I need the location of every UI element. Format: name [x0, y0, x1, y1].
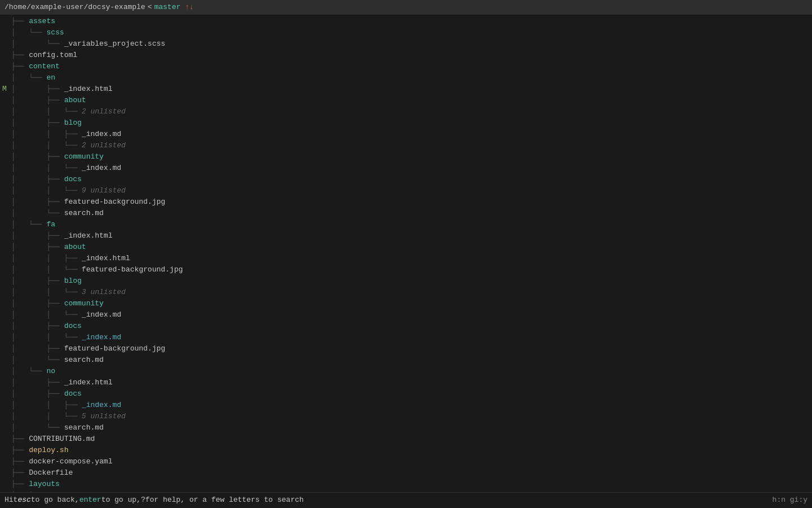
tree-indent: ├── — [11, 468, 29, 477]
line-text[interactable]: │ ├── _index.html — [11, 377, 812, 388]
tree-line: │ ├── docs — [0, 388, 812, 400]
tree-filename: deploy.sh — [29, 446, 68, 454]
tree-filename: fa — [46, 220, 55, 229]
line-text[interactable]: │ ├── about — [11, 242, 812, 253]
tree-indent: │ │ └── — [11, 333, 82, 341]
line-text[interactable]: │ ├── blog — [11, 117, 812, 129]
line-text[interactable]: │ └── fa — [11, 219, 812, 230]
tree-indent: │ └── — [11, 209, 64, 217]
line-text[interactable]: ├── layouts — [11, 479, 812, 490]
tree-line: │ ├── blog — [0, 275, 812, 287]
tree-indent: │ │ └── — [11, 107, 82, 116]
tree-line: │ ├── _index.html — [0, 377, 812, 388]
line-text[interactable]: │ └── en — [11, 72, 812, 84]
tree-filename: _index.html — [64, 378, 113, 387]
tree-filename: about — [64, 243, 86, 251]
line-text[interactable]: │ └── _variables_project.scss — [11, 38, 812, 50]
line-text[interactable]: │ │ └── _index.md — [11, 332, 812, 343]
line-text[interactable]: │ │ └── 5 unlisted — [11, 411, 812, 422]
tree-indent: │ │ ├── — [11, 130, 82, 138]
line-text[interactable]: │ └── scss — [11, 27, 812, 38]
file-tree: ├── assets│ └── scss│ └── _variables_pro… — [0, 16, 812, 492]
line-text[interactable]: ├── CONTRIBUTING.md — [11, 433, 812, 445]
line-text[interactable]: │ ├── community — [11, 151, 812, 163]
tree-indent: │ ├── — [11, 378, 64, 387]
tree-filename: en — [46, 73, 55, 82]
tree-filename: _index.md — [82, 401, 121, 409]
line-text[interactable]: │ │ └── _index.md — [11, 163, 812, 174]
line-text[interactable]: │ ├── docs — [11, 321, 812, 332]
line-text[interactable]: ├── content — [11, 61, 812, 72]
tree-line: │ └── search.md — [0, 422, 812, 433]
tree-line: │ │ ├── _index.md — [0, 129, 812, 140]
tree-filename: CONTRIBUTING.md — [29, 435, 95, 443]
tree-indent: │ ├── — [11, 96, 64, 104]
content-area: ├── assets│ └── scss│ └── _variables_pro… — [0, 15, 812, 492]
line-text[interactable]: │ └── search.md — [11, 354, 812, 366]
line-text[interactable]: │ │ └── 2 unlisted — [11, 140, 812, 151]
line-text[interactable]: │ │ └── 9 unlisted — [11, 185, 812, 196]
tree-line: │ │ └── 9 unlisted — [0, 185, 812, 196]
line-text[interactable]: │ └── no — [11, 366, 812, 377]
tree-filename: community — [64, 152, 104, 161]
line-text[interactable]: │ └── 404.html — [11, 490, 812, 492]
line-text[interactable]: │ ├── blog — [11, 275, 812, 287]
tree-filename: no — [46, 367, 55, 375]
line-text[interactable]: │ ├── featured-background.jpg — [11, 196, 812, 208]
tree-line: │ └── scss — [0, 27, 812, 38]
line-text[interactable]: │ │ └── _index.md — [11, 309, 812, 321]
tree-indent: │ ├── — [11, 299, 64, 308]
line-text[interactable]: │ ├── docs — [11, 388, 812, 400]
line-text[interactable]: │ ├── _index.html — [11, 84, 812, 95]
tree-filename: 2 unlisted — [82, 107, 126, 116]
line-text[interactable]: │ ├── featured-background.jpg — [11, 343, 812, 354]
line-text[interactable]: ├── deploy.sh — [11, 445, 812, 456]
tree-filename: _index.html — [64, 231, 113, 240]
tree-line: │ │ └── _index.md — [0, 332, 812, 343]
line-text[interactable]: ├── Dockerfile — [11, 467, 812, 479]
title-path: /home/example-user/docsy-example — [5, 2, 145, 13]
line-text[interactable]: ├── docker-compose.yaml — [11, 456, 812, 467]
tree-filename: 2 unlisted — [82, 141, 126, 150]
tree-indent: │ │ ├── — [11, 401, 82, 409]
tree-indent: │ └── — [11, 367, 46, 375]
status-right: h:n gi:y — [773, 494, 807, 506]
tree-indent: │ │ └── — [11, 141, 82, 150]
title-status: ↑↓ — [185, 2, 194, 13]
line-text[interactable]: │ │ ├── _index.md — [11, 129, 812, 140]
line-text[interactable]: │ │ └── 3 unlisted — [11, 287, 812, 298]
line-text[interactable]: │ │ └── 2 unlisted — [11, 106, 812, 117]
line-text[interactable]: │ │ └── featured-background.jpg — [11, 264, 812, 275]
tree-line: │ └── search.md — [0, 354, 812, 366]
line-text[interactable]: │ ├── community — [11, 298, 812, 309]
tree-line: │ │ └── 2 unlisted — [0, 106, 812, 117]
tree-indent: │ │ └── — [11, 288, 82, 296]
tree-filename: featured-background.jpg — [64, 344, 165, 353]
tree-line: │ └── search.md — [0, 208, 812, 219]
line-text[interactable]: │ ├── docs — [11, 174, 812, 185]
tree-line: │ └── fa — [0, 219, 812, 230]
tree-indent: ├── — [11, 62, 29, 71]
status-bar: Hit esc to go back, enter to go up, ? fo… — [0, 492, 812, 508]
tree-indent: ├── — [11, 457, 29, 466]
tree-indent: │ └── — [11, 28, 46, 37]
tree-indent: │ │ ├── — [11, 254, 82, 262]
line-text[interactable]: │ ├── _index.html — [11, 230, 812, 242]
line-text[interactable]: ├── assets — [11, 16, 812, 27]
line-text[interactable]: │ └── search.md — [11, 422, 812, 433]
line-text[interactable]: │ │ ├── _index.html — [11, 253, 812, 264]
tree-filename: docs — [64, 389, 82, 398]
tree-line: ├── layouts — [0, 479, 812, 490]
tree-filename: scss — [46, 28, 64, 37]
title-bar: /home/example-user/docsy-example < maste… — [0, 0, 812, 15]
tree-line: │ │ ├── _index.html — [0, 253, 812, 264]
tree-filename: blog — [64, 277, 82, 285]
tree-filename: config.toml — [29, 51, 77, 59]
tree-line: │ ├── featured-background.jpg — [0, 196, 812, 208]
line-text[interactable]: │ └── search.md — [11, 208, 812, 219]
tree-indent: ├── — [11, 446, 29, 454]
line-text[interactable]: │ ├── about — [11, 95, 812, 106]
tree-line: │ └── en — [0, 72, 812, 84]
line-text[interactable]: ├── config.toml — [11, 50, 812, 61]
line-text[interactable]: │ │ ├── _index.md — [11, 400, 812, 411]
